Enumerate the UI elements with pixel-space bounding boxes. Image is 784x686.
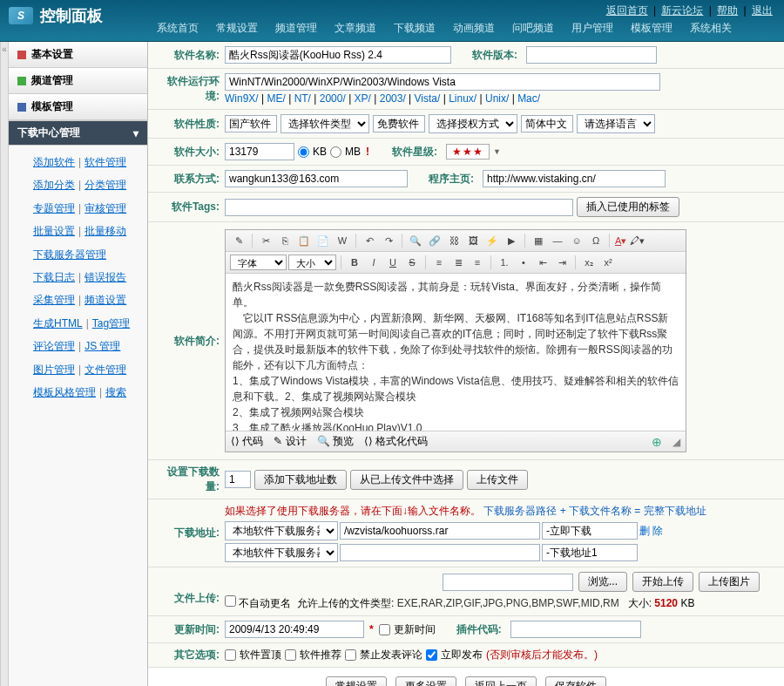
radio-kb[interactable] [298,146,309,158]
action-0[interactable]: 常规设置 [326,676,387,686]
sidebar-collapse[interactable]: « [0,42,9,686]
media-icon[interactable]: ▶ [503,233,520,248]
bgcolor-icon[interactable]: 🖍▾ [629,233,645,248]
action-1[interactable]: 更多设置 [395,676,456,686]
side-group-2[interactable]: 模板管理 [9,94,147,120]
indent-icon[interactable]: ⇥ [553,255,571,270]
select-license[interactable]: 选择授权方式 [429,114,517,133]
env-link[interactable]: 2000/ [320,92,346,105]
tab-format[interactable]: ⟨⟩ 格式化代码 [364,434,428,449]
bold-icon[interactable]: B [346,255,363,270]
side-link[interactable]: 软件管理 [84,156,126,168]
side-link[interactable]: JS 管理 [84,340,120,352]
side-link[interactable]: 专题管理 [33,202,75,214]
side-link[interactable]: 模板风格管理 [33,386,96,398]
btn-thumb[interactable]: 上传图片 [699,572,760,592]
align-right-icon[interactable]: ≡ [469,255,486,270]
side-link[interactable]: 添加软件 [33,156,75,168]
paste-word-icon[interactable]: W [334,233,351,248]
star-rating[interactable]: ★★★ [446,144,490,160]
sidebar-section-title[interactable]: 下载中心管理▾ [9,121,147,146]
nav-item-4[interactable]: 下载频道 [385,16,444,41]
input-env[interactable] [225,73,660,91]
align-center-icon[interactable]: ≣ [449,255,467,270]
nav-item-7[interactable]: 用户管理 [563,16,622,41]
paste-icon[interactable]: 📋 [295,233,313,248]
strike-icon[interactable]: S [403,255,421,270]
input-contact[interactable] [225,170,408,187]
env-link[interactable]: Vista/ [415,92,441,105]
redo-icon[interactable]: ↷ [380,233,397,248]
env-link[interactable]: Linux/ [449,92,476,105]
link-forum[interactable]: 新云论坛 [661,4,703,17]
side-link[interactable]: 图片管理 [33,363,75,376]
nav-item-6[interactable]: 问吧频道 [504,16,563,41]
side-link[interactable]: 频道设置 [84,294,126,306]
tab-code[interactable]: ⟨⟩ 代码 [231,434,263,449]
link-help[interactable]: 帮助 [717,4,738,17]
side-link[interactable]: 生成HTML [33,317,83,329]
font-size-select[interactable]: 大小 [288,255,336,270]
nav-item-5[interactable]: 动画频道 [444,16,504,41]
select-type[interactable]: 选择软件类型 [280,114,369,133]
btn-start-upload[interactable]: 开始上传 [632,572,693,592]
link-icon[interactable]: 🔗 [426,233,443,248]
side-link[interactable]: 审核管理 [84,202,126,214]
env-link[interactable]: 2003/ [380,92,406,105]
hr-icon[interactable]: ― [549,233,566,248]
chk-no-rename[interactable] [225,595,236,607]
radio-mb[interactable] [330,146,341,158]
input-nature3[interactable] [521,115,573,132]
table-icon[interactable]: ▦ [530,233,547,248]
action-2[interactable]: 返回上一页 [465,676,537,686]
side-link[interactable]: 下载日志 [33,271,75,283]
input-name[interactable] [225,46,451,64]
side-link[interactable]: 添加分类 [33,179,75,191]
env-link[interactable]: Win9X/ [225,92,259,105]
input-file[interactable] [443,574,573,591]
chk-rec[interactable] [285,649,296,661]
chk-update-time[interactable] [379,624,390,635]
underline-icon[interactable]: U [384,255,402,270]
undo-icon[interactable]: ↶ [361,233,378,248]
side-link[interactable]: 采集管理 [33,294,75,306]
unlink-icon[interactable]: ⛓ [445,233,463,248]
color-icon[interactable]: A▾ [614,233,627,248]
tab-design[interactable]: ✎ 设计 [274,434,306,449]
input-path2[interactable] [340,544,540,561]
source-icon[interactable]: ✎ [230,233,247,248]
cut-icon[interactable]: ✂ [257,233,274,248]
input-act1[interactable] [542,522,638,540]
side-group-0[interactable]: 基本设置 [9,42,147,68]
side-link[interactable]: 搜索 [105,386,126,398]
nav-item-8[interactable]: 模板管理 [622,16,681,41]
side-link[interactable]: 下载服务器管理 [33,248,106,261]
ul-icon[interactable]: • [515,255,532,270]
link-delete[interactable]: 删 除 [639,524,663,539]
input-tags[interactable] [225,199,573,216]
btn-choose-file[interactable]: 从已上传文件中选择 [350,470,463,490]
select-server2[interactable]: 本地软件下载服务器 [225,543,338,562]
input-plugin[interactable] [510,621,641,638]
input-nature2[interactable] [373,115,425,132]
side-link[interactable]: 错误报告 [84,271,126,283]
action-3[interactable]: 保存软件 [545,676,606,686]
italic-icon[interactable]: I [365,255,382,270]
btn-upload-file[interactable]: 上传文件 [467,470,528,490]
side-link[interactable]: 批量移动 [84,225,126,237]
tab-preview[interactable]: 🔍 预览 [317,434,354,449]
link-home[interactable]: 返回首页 [606,4,648,17]
sub-icon[interactable]: x₂ [580,255,598,270]
side-link[interactable]: 文件管理 [84,363,126,376]
input-version[interactable] [526,46,657,64]
env-link[interactable]: Unix/ [485,92,509,105]
chk-top[interactable] [225,649,236,661]
sup-icon[interactable]: x² [599,255,617,270]
paste-text-icon[interactable]: 📄 [314,233,332,248]
resize-icon[interactable]: ◢ [672,436,680,448]
env-link[interactable]: XP/ [355,92,371,105]
copy-icon[interactable]: ⎘ [276,233,294,248]
select-server1[interactable]: 本地软件下载服务器 [225,521,338,540]
nav-item-3[interactable]: 文章频道 [326,16,385,41]
input-path1[interactable] [340,522,540,540]
